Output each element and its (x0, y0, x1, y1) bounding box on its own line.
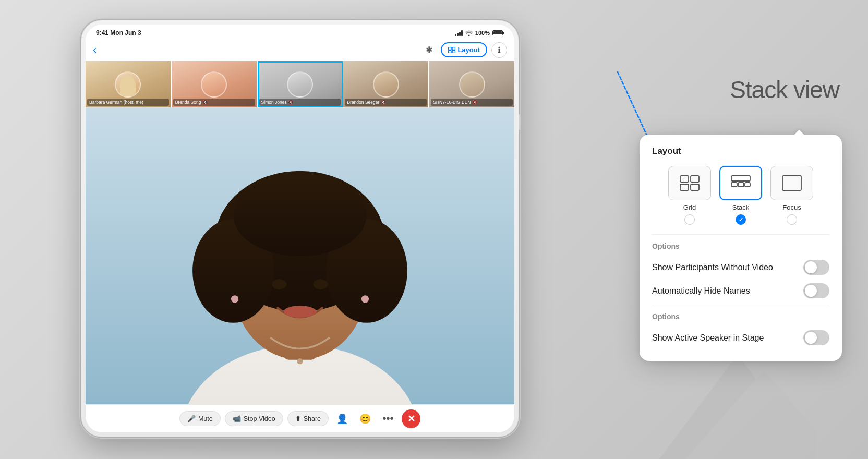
show-active-speaker-toggle[interactable] (803, 330, 829, 345)
layout-option-focus[interactable]: Focus (770, 166, 813, 225)
svg-rect-3 (452, 47, 455, 50)
auto-hide-names-label: Automatically Hide Names (652, 286, 803, 296)
svg-rect-23 (680, 184, 689, 190)
svg-rect-27 (738, 183, 744, 187)
options-section-1-title: Options (652, 242, 829, 250)
stop-video-label: Stop Video (244, 415, 275, 422)
svg-rect-5 (452, 50, 455, 53)
participant-thumb-5[interactable]: SHN7-16-BIG BEN 🔇 (429, 61, 514, 107)
participant-thumb-4[interactable]: Brandon Seeger 🔇 (343, 61, 429, 107)
show-active-speaker-label: Show Active Speaker in Stage (652, 333, 803, 343)
svg-rect-26 (731, 183, 737, 187)
svg-point-19 (297, 358, 303, 364)
svg-rect-29 (782, 176, 801, 190)
auto-hide-names-toggle[interactable] (803, 283, 829, 298)
status-time: 9:41 Mon Jun 3 (96, 29, 141, 37)
stop-video-button[interactable]: 📹 Stop Video (225, 411, 283, 426)
layout-btn-label: Layout (457, 46, 480, 54)
svg-rect-28 (745, 183, 750, 187)
participant-thumb-2[interactable]: Brenda Song 🔇 (172, 61, 258, 107)
svg-point-14 (272, 279, 286, 289)
stack-label: Stack (732, 203, 750, 211)
participants-button[interactable]: 👤 (333, 409, 352, 428)
mute-button[interactable]: 🎤 Mute (179, 411, 221, 426)
participant-name-2: Brenda Song 🔇 (173, 99, 255, 106)
svg-point-13 (233, 175, 367, 256)
share-button[interactable]: ⬆ Share (287, 411, 329, 426)
more-button[interactable]: ••• (379, 409, 397, 428)
layout-button[interactable]: Layout (441, 42, 487, 57)
participant-name-3: Simon Jones 🔇 (259, 99, 341, 106)
top-nav-bar: ‹ ✱ Layout (86, 39, 514, 61)
mute-label: Mute (198, 415, 213, 422)
share-label: Share (304, 415, 321, 422)
svg-point-16 (284, 306, 316, 318)
svg-rect-2 (449, 47, 452, 50)
bluetooth-icon[interactable]: ✱ (421, 42, 437, 58)
svg-point-18 (361, 295, 369, 303)
focus-radio[interactable] (787, 214, 797, 225)
bottom-control-bar: 🎤 Mute 📹 Stop Video ⬆ Share 👤 😊 (86, 404, 514, 432)
svg-rect-24 (691, 184, 699, 190)
ipad-device: 9:41 Mon Jun 3 100% (81, 20, 519, 437)
participant-name-5: SHN7-16-BIG BEN 🔇 (431, 99, 513, 106)
end-call-button[interactable]: ✕ (402, 409, 420, 428)
participant-name-1: Barbara German (host, me) (87, 99, 169, 106)
show-participants-label: Show Participants Without Video (652, 263, 803, 272)
show-participants-row: Show Participants Without Video (652, 256, 829, 279)
info-icon[interactable]: ℹ (491, 42, 507, 58)
panel-title: Layout (652, 146, 829, 156)
show-active-speaker-row: Show Active Speaker in Stage (652, 326, 829, 349)
reactions-button[interactable]: 😊 (356, 409, 375, 428)
ipad-screen: 9:41 Mon Jun 3 100% (86, 25, 514, 432)
svg-rect-22 (691, 176, 699, 182)
layout-option-grid[interactable]: Grid (668, 166, 711, 225)
svg-rect-25 (731, 176, 750, 181)
layout-panel: Layout Grid (640, 135, 842, 361)
svg-point-17 (231, 295, 238, 303)
status-bar: 9:41 Mon Jun 3 100% (86, 25, 514, 39)
layout-options-row: Grid Stack ✓ (652, 166, 829, 225)
stack-radio[interactable]: ✓ (736, 214, 746, 225)
focus-label: Focus (782, 203, 801, 211)
page-title: Stack view (730, 76, 839, 104)
grid-label: Grid (683, 203, 696, 211)
svg-point-15 (314, 279, 328, 289)
layout-option-stack[interactable]: Stack ✓ (719, 166, 762, 225)
back-button[interactable]: ‹ (91, 42, 101, 58)
battery-indicator: 100% (475, 30, 490, 36)
svg-rect-4 (449, 50, 452, 53)
main-video-area (86, 108, 514, 404)
show-participants-toggle[interactable] (803, 260, 829, 275)
auto-hide-names-row: Automatically Hide Names (652, 279, 829, 303)
participant-thumb-3[interactable]: Simon Jones 🔇 (258, 61, 344, 107)
participant-thumb-1[interactable]: Barbara German (host, me) (86, 61, 172, 107)
grid-radio[interactable] (684, 214, 695, 225)
svg-rect-21 (680, 176, 689, 182)
options-section-2-title: Options (652, 312, 829, 321)
participant-name-4: Brandon Seeger 🔇 (345, 99, 427, 106)
participants-strip: Barbara German (host, me) Brenda Song 🔇 … (86, 61, 514, 108)
